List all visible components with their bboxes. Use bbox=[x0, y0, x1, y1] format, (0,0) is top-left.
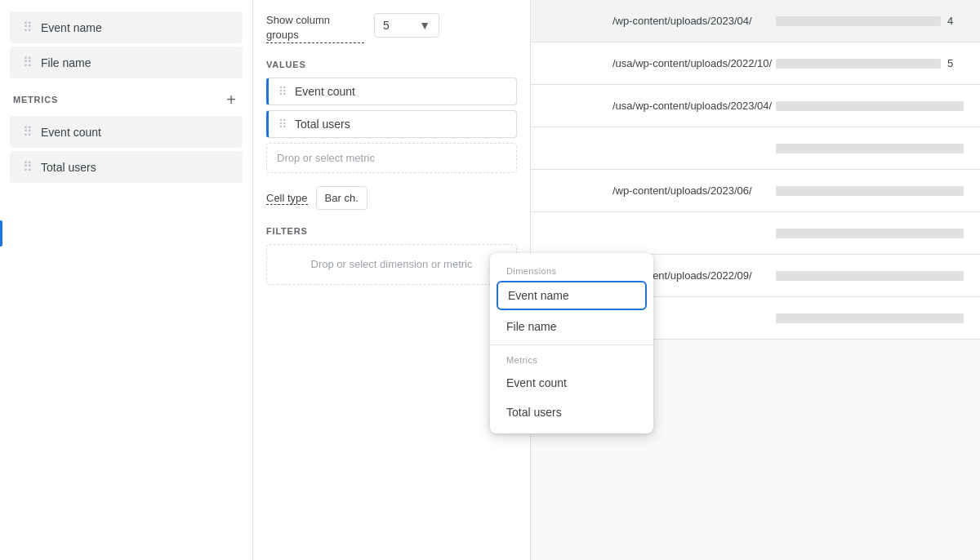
drag-icon: ⠿ bbox=[23, 20, 33, 35]
values-title: VALUES bbox=[266, 60, 517, 69]
show-column-groups-row: Show column groups 5 ▼ bbox=[266, 13, 517, 43]
table-bar bbox=[776, 59, 941, 69]
popup-total-users-label: Total users bbox=[506, 406, 562, 419]
drag-icon: ⠿ bbox=[23, 55, 33, 70]
filters-section: FILTERS Drop or select dimension or metr… bbox=[266, 226, 517, 285]
drop-metric-placeholder: Drop or select metric bbox=[277, 152, 375, 164]
popup-divider bbox=[490, 344, 653, 345]
table-cell-path: /wp-content/uploads/2023/06/ bbox=[612, 184, 776, 197]
table-row: /wp-content/uploads/2023/06/ bbox=[531, 170, 980, 212]
table-bar bbox=[776, 144, 964, 153]
metrics-title: METRICS bbox=[13, 95, 58, 104]
values-section: VALUES ⠿ Event count ⠿ Total users Drop … bbox=[266, 60, 517, 173]
metric-total-users-label: Total users bbox=[41, 161, 96, 174]
drag-icon: ⠿ bbox=[23, 124, 33, 140]
dimension-file-name[interactable]: ⠿ File name bbox=[10, 47, 243, 78]
metrics-section-header: METRICS + bbox=[0, 82, 252, 113]
show-column-groups-value: 5 bbox=[383, 19, 390, 32]
dimension-dropdown-popup: Dimensions Event name File name Metrics … bbox=[490, 253, 653, 433]
table-row: /usa/wp-content/uploads/2023/04/ bbox=[531, 85, 980, 127]
cell-type-dropdown[interactable]: Bar ch. bbox=[316, 186, 368, 210]
drag-icon: ⠿ bbox=[23, 159, 33, 175]
popup-metrics-label: Metrics bbox=[490, 349, 653, 368]
drag-icon: ⠿ bbox=[278, 118, 287, 131]
show-column-groups-label: Show column groups bbox=[266, 13, 364, 43]
table-row: /usa/wp-content/uploads/2022/10/ 5 bbox=[531, 42, 980, 85]
popup-file-name-label: File name bbox=[506, 320, 556, 333]
drop-metric-box[interactable]: Drop or select metric bbox=[266, 143, 517, 173]
table-row bbox=[531, 127, 980, 170]
dimension-event-name-label: Event name bbox=[41, 21, 102, 34]
popup-item-event-name[interactable]: Event name bbox=[497, 281, 647, 310]
cell-type-row: Cell type Bar ch. bbox=[266, 186, 517, 210]
table-row bbox=[531, 212, 980, 255]
blue-indicator bbox=[0, 220, 2, 247]
table-bar bbox=[776, 313, 964, 323]
drop-dimension-placeholder: Drop or select dimension or metric bbox=[311, 258, 473, 270]
table-cell-path: /usa/wp-content/uploads/2023/04/ bbox=[612, 100, 776, 112]
app-layout: ⠿ Event name ⠿ File name METRICS + ⠿ Eve… bbox=[0, 0, 980, 560]
table-bar bbox=[776, 101, 964, 111]
metric-event-count[interactable]: ⠿ Event count bbox=[10, 116, 243, 148]
dimension-event-name[interactable]: ⠿ Event name bbox=[10, 11, 243, 43]
table-num-right: 4 bbox=[947, 15, 964, 27]
dimension-file-name-label: File name bbox=[41, 56, 91, 69]
popup-dimensions-label: Dimensions bbox=[490, 260, 653, 279]
cell-type-value-text: Bar ch. bbox=[325, 192, 359, 204]
value-event-count-chip[interactable]: ⠿ Event count bbox=[266, 78, 517, 105]
metric-event-count-label: Event count bbox=[41, 126, 101, 139]
table-cell-path: /wp-content/uploads/2023/04/ bbox=[612, 15, 776, 27]
table-bar bbox=[776, 229, 964, 238]
popup-event-name-label: Event name bbox=[508, 289, 569, 302]
popup-event-count-label: Event count bbox=[506, 376, 567, 389]
metric-total-users[interactable]: ⠿ Total users bbox=[10, 151, 243, 183]
table-bar bbox=[776, 16, 941, 26]
cell-type-label: Cell type bbox=[266, 192, 308, 205]
value-total-users-label: Total users bbox=[295, 118, 350, 131]
popup-item-total-users[interactable]: Total users bbox=[490, 398, 653, 427]
left-panel: ⠿ Event name ⠿ File name METRICS + ⠿ Eve… bbox=[0, 0, 253, 560]
popup-item-event-count[interactable]: Event count bbox=[490, 368, 653, 398]
value-event-count-label: Event count bbox=[295, 85, 355, 98]
add-metric-button[interactable]: + bbox=[223, 91, 239, 108]
filters-title: FILTERS bbox=[266, 226, 517, 236]
drag-icon: ⠿ bbox=[278, 85, 287, 98]
popup-item-file-name[interactable]: File name bbox=[490, 312, 653, 341]
table-num-right: 5 bbox=[947, 57, 964, 69]
center-panel: Show column groups 5 ▼ VALUES ⠿ Event co… bbox=[253, 0, 531, 560]
table-bar bbox=[776, 271, 964, 281]
table-cell-path: /usa/wp-content/uploads/2022/10/ bbox=[612, 57, 776, 69]
dropdown-arrow-icon: ▼ bbox=[419, 19, 430, 32]
table-row: /wp-content/uploads/2023/04/ 4 bbox=[531, 0, 980, 42]
table-bar bbox=[776, 186, 964, 196]
value-total-users-chip[interactable]: ⠿ Total users bbox=[266, 110, 517, 138]
show-column-groups-dropdown[interactable]: 5 ▼ bbox=[374, 13, 439, 38]
drop-dimension-box[interactable]: Drop or select dimension or metric bbox=[266, 244, 517, 285]
